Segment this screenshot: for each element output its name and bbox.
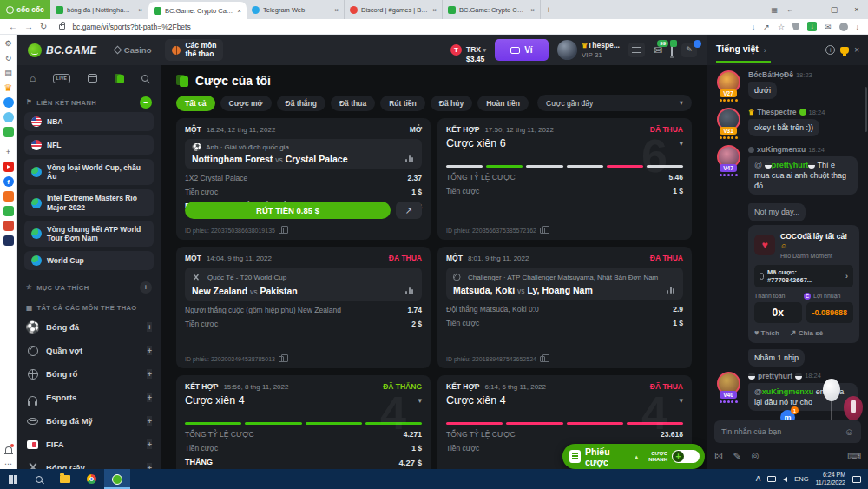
filter-cashout[interactable]: Rút tiền <box>380 96 425 111</box>
coccoc-brand[interactable]: cốc cốc <box>0 0 50 19</box>
language-indicator[interactable]: ENG <box>794 475 808 483</box>
stats-chart-icon[interactable] <box>405 155 415 162</box>
chevron-right-icon[interactable]: › <box>764 46 766 55</box>
wallet-button[interactable]: Ví <box>495 39 549 61</box>
reading-list-icon[interactable]: ▤ <box>3 68 14 78</box>
download-manager-icon[interactable]: ↓ <box>807 22 817 31</box>
my-bets-icon[interactable] <box>115 74 124 83</box>
live-icon[interactable]: LIVE <box>53 74 69 83</box>
youtube-icon[interactable] <box>3 162 14 172</box>
stats-chart-icon[interactable] <box>667 287 676 294</box>
sort-dropdown[interactable]: Cược gần đây▾ <box>537 95 692 111</box>
expand-sport-button[interactable]: + <box>147 346 152 355</box>
tab-close-icon[interactable]: × <box>334 6 339 14</box>
expand-sport-button[interactable]: + <box>147 322 152 332</box>
bet-code-row[interactable]: Mã cược: #7770842667...› <box>754 265 853 287</box>
add-shortcut-icon[interactable]: + <box>3 147 14 157</box>
window-restore-button[interactable]: ▢ <box>823 0 845 19</box>
tray-expand-icon[interactable]: ᐱ <box>756 475 760 483</box>
keyboard-icon[interactable]: ⌨ <box>847 452 861 461</box>
clock[interactable]: 6:24 PM11/12/2022 <box>815 472 845 487</box>
chat-input[interactable] <box>721 427 839 436</box>
share-button[interactable]: ↗ Chia sẻ <box>790 329 823 337</box>
notifications-bell-icon[interactable] <box>671 44 673 56</box>
url-text[interactable]: bc.game/vi/sports?bt-path=%2Fbets <box>72 23 744 31</box>
tab-close-icon[interactable]: × <box>432 6 437 14</box>
tab-restore-icon[interactable]: ← <box>786 6 793 14</box>
copy-icon[interactable] <box>540 228 545 234</box>
filter-cancelled[interactable]: Đã hủy <box>431 96 472 111</box>
mention[interactable]: xuKingmenxu <box>762 387 814 396</box>
quick-link-nba[interactable]: NBA <box>24 112 154 131</box>
close-chat-icon[interactable]: × <box>854 45 859 55</box>
pen-icon[interactable]: ✎ <box>733 452 741 461</box>
tab-search-icon[interactable]: ▦ <box>771 6 778 14</box>
chat-username[interactable]: Thespectre <box>757 108 796 116</box>
battery-saver-icon[interactable] <box>3 206 14 216</box>
expand-sport-button[interactable]: + <box>147 463 152 469</box>
shopping-icon[interactable] <box>3 191 14 202</box>
add-favorite-button[interactable]: + <box>140 281 152 294</box>
quick-link-world-cup[interactable]: World Cup <box>24 251 154 270</box>
quick-bet-toggle[interactable]: + <box>672 450 700 463</box>
sidebar-item-esports[interactable]: Esports+ <box>17 386 161 409</box>
notification-bell-icon[interactable] <box>3 444 14 454</box>
match-block[interactable]: Quốc Tế - T20 World Cup New Zealand vs P… <box>185 268 422 301</box>
expand-sport-button[interactable]: + <box>147 393 152 402</box>
forward-icon[interactable]: → <box>24 22 33 31</box>
tab-close-icon[interactable]: × <box>138 6 142 14</box>
share-icon[interactable]: ↗ <box>763 23 770 31</box>
adblock-shield-icon[interactable] <box>792 23 799 30</box>
chat-scrollbar[interactable] <box>865 87 867 132</box>
bet-share-card[interactable]: ♥ COCOđã lấy tất cả!☺Hilo Damn Moment Mã… <box>748 225 859 343</box>
twitter-icon[interactable] <box>3 112 14 122</box>
facebook-icon[interactable] <box>3 176 14 187</box>
history-icon[interactable]: ↻ <box>3 53 14 63</box>
expand-sport-button[interactable]: + <box>147 416 152 426</box>
quick-link-atp-finals[interactable]: Vòng chung kết ATP World Tour Đơn Nam <box>24 221 154 247</box>
volume-icon[interactable] <box>783 477 787 482</box>
home-icon[interactable]: ⌂ <box>30 72 36 84</box>
chat-language-tab[interactable]: Tiếng việt <box>716 43 759 56</box>
bet-slip-button[interactable]: Phiếu cược ▴ CƯỢC NHANH + <box>562 444 705 469</box>
network-icon[interactable] <box>767 476 776 482</box>
user-menu-button[interactable] <box>628 43 645 57</box>
browser-tab[interactable]: bóng đá | Nottingham Fores × <box>50 0 148 19</box>
reload-icon[interactable]: ↻ <box>40 22 47 31</box>
filter-won[interactable]: Đã thắng <box>277 96 326 111</box>
like-button[interactable]: ♥ Thích <box>754 329 779 337</box>
quick-link-iem-rio[interactable]: Intel Extreme Masters Rio Major 2022 <box>24 189 154 215</box>
schedule-icon[interactable] <box>88 74 97 83</box>
match-block[interactable]: ⚽Anh · Giải vô địch quốc gia Nottingham … <box>185 139 422 169</box>
dice-icon[interactable]: ⚄ <box>714 452 723 461</box>
emoji-icon[interactable]: ☺ <box>845 427 854 437</box>
share-bet-button[interactable]: ↗ <box>396 202 422 219</box>
chat-username[interactable]: prettyhurt <box>758 372 792 380</box>
filter-open[interactable]: Cược mở <box>220 96 272 111</box>
copy-icon[interactable] <box>279 228 284 234</box>
sidebar-item-tennis[interactable]: Quần vợt+ <box>17 339 161 362</box>
cashout-button[interactable]: RÚT TIỀN 0.85 $ <box>185 202 391 219</box>
games-icon[interactable] <box>3 127 14 137</box>
nav-casino[interactable]: Casino <box>115 45 152 55</box>
lock-icon[interactable] <box>59 24 65 30</box>
action-center-icon[interactable] <box>852 476 861 483</box>
file-explorer-icon[interactable] <box>52 469 78 489</box>
save-page-icon[interactable]: ↓ <box>752 23 756 31</box>
browser-tab[interactable]: Discord | #games | BC G × <box>345 0 443 19</box>
search-icon[interactable] <box>141 75 148 82</box>
sidebar-item-basketball[interactable]: Bóng rổ+ <box>17 362 161 386</box>
taskbar-search-icon[interactable] <box>26 469 52 489</box>
app-badge-icon[interactable] <box>3 235 14 246</box>
sidebar-item-fifa[interactable]: FIFA+ <box>17 433 161 456</box>
bookmark-star-icon[interactable]: ☆ <box>778 23 785 31</box>
tab-close-icon[interactable]: × <box>237 7 241 15</box>
mention[interactable]: prettyhurt <box>772 161 809 169</box>
promo-hat-icon[interactable] <box>3 221 14 231</box>
quests-icon[interactable]: ✎ <box>681 43 697 57</box>
quick-link-wc-qualifiers[interactable]: Vòng loại World Cup, châu Âu <box>24 159 154 185</box>
browser-tab[interactable]: Telegram Web × <box>247 0 345 19</box>
coccoc-taskbar-icon[interactable] <box>104 469 130 489</box>
user-profile[interactable]: ♛Thespe...VIP 31 <box>557 40 620 60</box>
expand-sport-button[interactable]: + <box>147 369 152 379</box>
